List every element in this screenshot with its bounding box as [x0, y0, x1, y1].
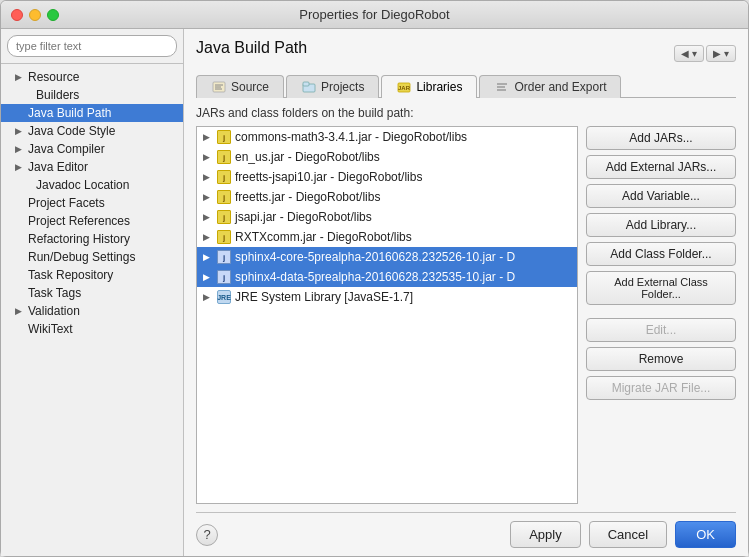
tab-projects[interactable]: Projects [286, 75, 379, 98]
content-area: ▶ Resource Builders Java Build Path ▶ Ja… [1, 29, 748, 556]
close-button[interactable] [11, 9, 23, 21]
sidebar-item-label-pr: Project References [28, 214, 130, 228]
list-item[interactable]: ▶ j jsapi.jar - DiegoRobot/libs [197, 207, 577, 227]
order-tab-icon [494, 80, 510, 94]
header-row: Java Build Path ◀ ▾ ▶ ▾ [196, 39, 736, 67]
lib-label-4: jsapi.jar - DiegoRobot/libs [235, 210, 372, 224]
jar-icon: j [217, 130, 231, 144]
properties-window: Properties for DiegoRobot ▶ Resource Bui… [0, 0, 749, 557]
sidebar-item-java-compiler[interactable]: ▶ Java Compiler [1, 140, 183, 158]
jar-icon: j [217, 210, 231, 224]
titlebar: Properties for DiegoRobot [1, 1, 748, 29]
add-external-jars-button[interactable]: Add External JARs... [586, 155, 736, 179]
expand-arrow-lib6: ▶ [203, 252, 213, 262]
add-class-folder-button[interactable]: Add Class Folder... [586, 242, 736, 266]
sidebar-item-label-rds: Run/Debug Settings [28, 250, 135, 264]
maximize-button[interactable] [47, 9, 59, 21]
bottom-bar: ? Apply Cancel OK [196, 512, 736, 556]
jar-icon: j [217, 170, 231, 184]
sidebar-item-java-editor[interactable]: ▶ Java Editor [1, 158, 183, 176]
sidebar-item-java-build-path[interactable]: Java Build Path [1, 104, 183, 122]
sidebar-item-task-tags[interactable]: Task Tags [1, 284, 183, 302]
expand-arrow-lib5: ▶ [203, 232, 213, 242]
jar-icon: j [217, 150, 231, 164]
lib-label-0: commons-math3-3.4.1.jar - DiegoRobot/lib… [235, 130, 467, 144]
remove-button[interactable]: Remove [586, 347, 736, 371]
list-item[interactable]: ▶ j RXTXcomm.jar - DiegoRobot/libs [197, 227, 577, 247]
expand-arrow-lib3: ▶ [203, 192, 213, 202]
expand-arrow-val: ▶ [15, 306, 25, 316]
tab-order-export-label: Order and Export [514, 80, 606, 94]
filter-wrap [1, 29, 183, 64]
filter-input[interactable] [7, 35, 177, 57]
add-library-button[interactable]: Add Library... [586, 213, 736, 237]
apply-button[interactable]: Apply [510, 521, 581, 548]
expand-arrow-resource: ▶ [15, 72, 25, 82]
sidebar-item-run-debug-settings[interactable]: Run/Debug Settings [1, 248, 183, 266]
sidebar-item-label-jbp: Java Build Path [28, 106, 111, 120]
tab-order-export[interactable]: Order and Export [479, 75, 621, 98]
expand-arrow-lib2: ▶ [203, 172, 213, 182]
list-item[interactable]: ▶ j en_us.jar - DiegoRobot/libs [197, 147, 577, 167]
list-item[interactable]: ▶ j freetts.jar - DiegoRobot/libs [197, 187, 577, 207]
expand-arrow-lib8: ▶ [203, 292, 213, 302]
nav-forward-button[interactable]: ▶ ▾ [706, 45, 736, 62]
sidebar-tree: ▶ Resource Builders Java Build Path ▶ Ja… [1, 64, 183, 556]
classpath-description: JARs and class folders on the build path… [196, 106, 736, 120]
tab-source[interactable]: Source [196, 75, 284, 98]
libraries-panel: ▶ j commons-math3-3.4.1.jar - DiegoRobot… [196, 126, 736, 504]
add-variable-button[interactable]: Add Variable... [586, 184, 736, 208]
projects-tab-icon [301, 80, 317, 94]
minimize-button[interactable] [29, 9, 41, 21]
sidebar-item-wikitext[interactable]: WikiText [1, 320, 183, 338]
sidebar-item-project-references[interactable]: Project References [1, 212, 183, 230]
sidebar-item-validation[interactable]: ▶ Validation [1, 302, 183, 320]
lib-label-7: sphinx4-data-5prealpha-20160628.232535-1… [235, 270, 515, 284]
sidebar-item-label-builders: Builders [36, 88, 79, 102]
tab-libraries-label: Libraries [416, 80, 462, 94]
lib-label-8: JRE System Library [JavaSE-1.7] [235, 290, 413, 304]
sidebar-item-resource[interactable]: ▶ Resource [1, 68, 183, 86]
lib-label-3: freetts.jar - DiegoRobot/libs [235, 190, 380, 204]
expand-arrow-lib1: ▶ [203, 152, 213, 162]
sidebar: ▶ Resource Builders Java Build Path ▶ Ja… [1, 29, 184, 556]
expand-arrow-lib0: ▶ [203, 132, 213, 142]
list-item[interactable]: ▶ j sphinx4-core-5prealpha-20160628.2325… [197, 247, 577, 267]
lib-label-1: en_us.jar - DiegoRobot/libs [235, 150, 380, 164]
sidebar-item-java-code-style[interactable]: ▶ Java Code Style [1, 122, 183, 140]
list-item[interactable]: ▶ j freetts-jsapi10.jar - DiegoRobot/lib… [197, 167, 577, 187]
sidebar-item-javadoc-location[interactable]: Javadoc Location [1, 176, 183, 194]
libraries-tab-icon: JAR [396, 80, 412, 94]
nav-back-button[interactable]: ◀ ▾ [674, 45, 704, 62]
tabs: Source Projects JAR [196, 75, 736, 98]
sidebar-item-label-jdoc: Javadoc Location [36, 178, 129, 192]
cancel-button[interactable]: Cancel [589, 521, 667, 548]
lib-label-2: freetts-jsapi10.jar - DiegoRobot/libs [235, 170, 422, 184]
tab-libraries[interactable]: JAR Libraries [381, 75, 477, 98]
sidebar-item-label-je: Java Editor [28, 160, 88, 174]
expand-arrow-jcs: ▶ [15, 126, 25, 136]
add-external-class-folder-button[interactable]: Add External Class Folder... [586, 271, 736, 305]
sidebar-item-builders[interactable]: Builders [1, 86, 183, 104]
ok-button[interactable]: OK [675, 521, 736, 548]
sidebar-item-project-facets[interactable]: Project Facets [1, 194, 183, 212]
library-list[interactable]: ▶ j commons-math3-3.4.1.jar - DiegoRobot… [196, 126, 578, 504]
sidebar-item-label-rh: Refactoring History [28, 232, 130, 246]
add-jars-button[interactable]: Add JARs... [586, 126, 736, 150]
sidebar-item-refactoring-history[interactable]: Refactoring History [1, 230, 183, 248]
nav-arrows: ◀ ▾ ▶ ▾ [674, 45, 736, 62]
sidebar-item-task-repository[interactable]: Task Repository [1, 266, 183, 284]
migrate-jar-button[interactable]: Migrate JAR File... [586, 376, 736, 400]
jar-icon-selected: j [217, 250, 231, 264]
page-title: Java Build Path [196, 39, 307, 57]
list-item[interactable]: ▶ JRE JRE System Library [JavaSE-1.7] [197, 287, 577, 307]
expand-arrow-je: ▶ [15, 162, 25, 172]
expand-arrow-lib4: ▶ [203, 212, 213, 222]
sidebar-item-label-val: Validation [28, 304, 80, 318]
edit-button[interactable]: Edit... [586, 318, 736, 342]
list-item[interactable]: ▶ j commons-math3-3.4.1.jar - DiegoRobot… [197, 127, 577, 147]
list-item[interactable]: ▶ j sphinx4-data-5prealpha-20160628.2325… [197, 267, 577, 287]
help-button[interactable]: ? [196, 524, 218, 546]
sidebar-item-label-jcs: Java Code Style [28, 124, 115, 138]
sidebar-item-label-wiki: WikiText [28, 322, 73, 336]
